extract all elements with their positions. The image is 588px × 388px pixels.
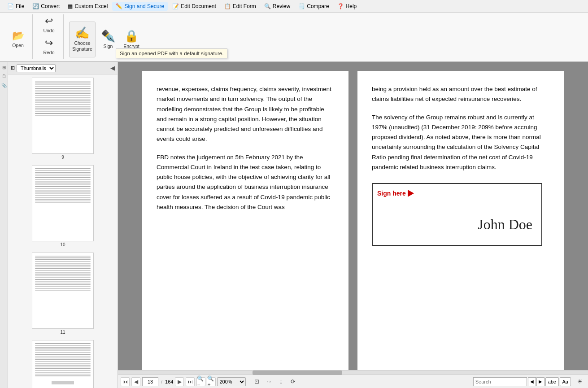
folder-icon: 📂 <box>12 31 24 41</box>
menu-custom-excel[interactable]: ▦ Custom Excel <box>64 2 111 11</box>
menu-sign-secure[interactable]: ✏️ Sign and Secure <box>112 2 168 11</box>
sidebar-collapse-button[interactable]: ◀ <box>110 65 115 71</box>
menu-help-label: Help <box>346 3 357 9</box>
sign-box[interactable]: Sign here John Doe <box>372 183 542 246</box>
search-input[interactable] <box>473 377 527 386</box>
horizontal-scrollbar[interactable] <box>118 370 588 375</box>
right-text-2: The solvency of the Group remains robust… <box>372 113 549 173</box>
bottom-tools: ⊡ ↔ ↕ ⟳ <box>251 377 298 387</box>
review-icon: 🔍 <box>264 3 271 9</box>
thumbnail-page-12[interactable]: 12 <box>10 339 116 388</box>
search-box: ◀ ▶ abc Aa <box>473 377 571 386</box>
undo-button[interactable]: ↩ Undo <box>38 14 60 35</box>
sidebar-scroll[interactable]: 9 10 11 <box>8 74 118 388</box>
undo-icon: ↩ <box>45 16 53 26</box>
menu-convert-label: Convert <box>41 3 60 9</box>
thumb-label-9: 9 <box>61 155 64 160</box>
bottom-bar: ⏮ ◀ / 164 ▶ ⏭ 🔍− 🔍+ 200% 150% 100% 75% ⊡… <box>118 375 588 388</box>
menu-file[interactable]: 📄 File <box>4 2 28 11</box>
choose-signature-button[interactable]: ✍️ ChooseSignature <box>69 22 96 57</box>
menu-review[interactable]: 🔍 Review <box>261 2 294 11</box>
open-button[interactable]: 📂 Open <box>7 22 29 57</box>
redo-label: Redo <box>43 50 54 56</box>
form-icon: 📋 <box>224 3 231 9</box>
reflow-button[interactable]: ↕ <box>275 377 286 387</box>
thumb-img-10 <box>32 165 94 241</box>
sign-tooltip: Sign an opened PDF with a default signat… <box>116 48 227 58</box>
left-text: revenue, expenses, claims frequency, cla… <box>157 84 334 144</box>
thumb-img-11 <box>32 253 94 329</box>
menu-review-label: Review <box>273 3 290 9</box>
menu-compare[interactable]: 🗒️ Compare <box>295 2 332 11</box>
thumb-label-10: 10 <box>60 242 65 247</box>
first-page-button[interactable]: ⏮ <box>121 377 130 386</box>
thumb-img-12 <box>32 340 94 388</box>
search-next-button[interactable]: ▶ <box>536 377 544 386</box>
thumbnail-page-9[interactable]: 9 <box>10 76 116 161</box>
tooltip-text: Sign an opened PDF with a default signat… <box>120 51 223 56</box>
last-page-button[interactable]: ⏭ <box>186 377 195 386</box>
thumb-img-9 <box>32 78 94 154</box>
thumbnail-page-11[interactable]: 11 <box>10 251 116 336</box>
thumbnail-page-10[interactable]: 10 <box>10 164 116 248</box>
choose-signature-label: ChooseSignature <box>72 40 92 52</box>
content-scroll[interactable]: revenue, expenses, claims frequency, cla… <box>118 62 588 370</box>
search-prev-button[interactable]: ◀ <box>528 377 536 386</box>
pen-sign-icon: ✒️ <box>101 30 115 42</box>
next-page-button[interactable]: ▶ <box>175 377 184 386</box>
zoom-select[interactable]: 200% 150% 100% 75% <box>217 377 246 386</box>
thumbnails-select[interactable]: Thumbnails <box>17 64 56 72</box>
zoom-in-button[interactable]: 🔍+ <box>207 377 216 386</box>
menu-file-label: File <box>16 3 24 9</box>
right-text-1: being a provision held as an amount over… <box>372 84 549 105</box>
ribbon-group-file: 📂 Open <box>4 14 33 59</box>
sign-here-text: Sign here <box>377 188 406 198</box>
redo-icon: ↪ <box>45 38 53 48</box>
thumb-label-11: 11 <box>60 330 65 335</box>
menu-edit-form-label: Edit Form <box>233 3 256 9</box>
current-page-input[interactable] <box>142 377 158 386</box>
sidebar: ⊞ Thumbnails ◀ 9 <box>8 62 118 388</box>
hscroll-thumb[interactable] <box>253 371 342 375</box>
menu-edit-document-label: Edit Document <box>181 3 216 9</box>
sign-arrow-icon <box>408 190 414 197</box>
page-separator: / <box>161 379 162 384</box>
sign-here-label: Sign here <box>377 188 414 198</box>
sign-label: Sign <box>103 44 113 49</box>
search-nav: ◀ ▶ <box>528 377 544 386</box>
pdf-page-left: revenue, expenses, claims frequency, cla… <box>142 71 348 370</box>
open-label: Open <box>12 43 24 48</box>
panel-icon-1[interactable]: ⊞ <box>0 64 8 71</box>
prev-page-button[interactable]: ◀ <box>131 377 140 386</box>
sun-icon[interactable]: ☀ <box>575 377 585 387</box>
rotate-button[interactable]: ⟳ <box>287 377 298 387</box>
panel-icon-3[interactable]: 📎 <box>0 82 8 89</box>
fit-page-button[interactable]: ⊡ <box>251 377 262 387</box>
bottom-right-tools: ☀ <box>575 377 585 387</box>
redo-button[interactable]: ↪ Redo <box>38 36 60 57</box>
menu-custom-excel-label: Custom Excel <box>74 3 108 9</box>
help-icon: ❓ <box>337 3 344 9</box>
content-area: revenue, expenses, claims frequency, cla… <box>118 62 588 388</box>
panel-icon-2[interactable]: 🗒 <box>0 73 8 80</box>
menu-bar: 📄 File 🔄 Convert ▦ Custom Excel ✏️ Sign … <box>0 0 588 13</box>
compare-icon: 🗒️ <box>298 3 305 9</box>
left-text-2: FBD notes the judgement on 5th February … <box>157 153 334 213</box>
search-aa-button[interactable]: Aa <box>560 377 571 386</box>
signature-display: John Doe <box>478 213 532 236</box>
table-icon: ▦ <box>68 3 73 9</box>
search-abc-button[interactable]: abc <box>545 377 559 386</box>
grid-icon: ⊞ <box>11 65 15 71</box>
sidebar-header: ⊞ Thumbnails ◀ <box>8 62 118 74</box>
menu-edit-form[interactable]: 📋 Edit Form <box>221 2 260 11</box>
fit-width-button[interactable]: ↔ <box>263 377 274 387</box>
total-pages: 164 <box>165 379 173 384</box>
pen-icon: ✏️ <box>116 3 122 9</box>
pdf-page-right: being a provision held as an amount over… <box>357 71 564 370</box>
menu-help[interactable]: ❓ Help <box>334 2 361 11</box>
menu-compare-label: Compare <box>307 3 329 9</box>
menu-edit-document[interactable]: 📝 Edit Document <box>169 2 220 11</box>
menu-convert[interactable]: 🔄 Convert <box>29 2 63 11</box>
zoom-out-button[interactable]: 🔍− <box>196 377 205 386</box>
main-area: ⊞ 🗒 📎 ⊞ Thumbnails ◀ 9 <box>0 62 588 388</box>
